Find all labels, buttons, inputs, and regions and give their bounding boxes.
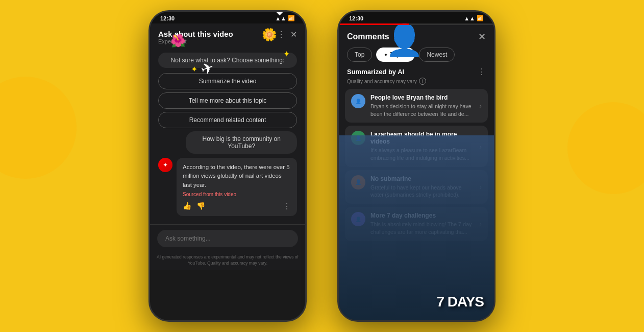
chat-panel: Ask about this video Experiment ⋮ ✕ Not … — [150, 23, 305, 270]
status-icons-phone1: ▲▲ 📶 — [275, 15, 295, 21]
chat-input-area — [150, 224, 305, 252]
comment-card-0[interactable]: 👤 People love Bryan the bird Bryan's dec… — [345, 89, 488, 123]
thumbs-down-icon[interactable]: 👎 — [196, 202, 205, 210]
ai-avatar-icon: ✦ — [158, 158, 172, 172]
more-icon[interactable]: ⋮ — [277, 30, 285, 39]
tab-top[interactable]: Top — [347, 48, 372, 62]
bg-decoration-right — [567, 102, 644, 194]
time-phone1: 12:30 — [160, 15, 175, 21]
thumb-icons: 👍 👎 — [183, 202, 205, 210]
user-question: How big is the community on YouTube? — [186, 131, 297, 154]
ai-response-text: According to the video, there were over … — [183, 163, 291, 189]
phone-comments: 12:30 ▲▲ 📶 7 DAYS 👤 Comments — [337, 10, 496, 322]
comments-title: Comments — [347, 32, 389, 41]
suggestion-recommend[interactable]: Recommend related content — [158, 112, 297, 128]
close-comments-button[interactable]: ✕ — [478, 31, 486, 42]
status-bar-phone1: 12:30 ▲▲ 📶 — [150, 12, 305, 23]
suggestion-more[interactable]: Tell me more about this topic — [158, 92, 297, 109]
art-star-1: ✦ — [283, 49, 290, 59]
comment-card-content-0: People love Bryan the bird Bryan's decis… — [370, 94, 474, 117]
video-progress — [339, 23, 494, 25]
chat-messages: Not sure what to ask? Choose something: … — [150, 49, 305, 224]
wifi-icon-2: ▲▲ — [464, 15, 475, 21]
comment-card-title-0: People love Bryan the bird — [370, 94, 474, 101]
video-thumbnail-phone2: 7 DAYS 👤 — [339, 23, 494, 25]
phones-container: 12:30 ▲▲ 📶 🌼 🌸 🌺 ✦ ✦ ✦ ✈ — [148, 10, 496, 322]
art-flower-3: 🌺 — [170, 34, 186, 48]
days-badge: 7 DAYS — [436, 294, 484, 310]
chat-disclaimer: AI generated responses are experimental … — [150, 252, 305, 270]
status-icons-phone2: ▲▲ 📶 — [464, 15, 484, 21]
suggestion-summarize[interactable]: Summarize the video — [158, 73, 297, 89]
comment-card-body-0: Bryan's decision to stay all night may h… — [370, 103, 474, 117]
more-options-summary[interactable]: ⋮ — [478, 67, 486, 77]
thumbs-up-icon[interactable]: 👍 — [183, 202, 191, 210]
person-icon: 👤 — [385, 22, 424, 58]
ai-response: ✦ According to the video, there were ove… — [158, 158, 297, 216]
art-star-3: ✦ — [191, 64, 197, 74]
signal-icon: 📶 — [288, 15, 295, 21]
tab-newest[interactable]: Newest — [419, 48, 455, 62]
art-flower-1: 🌼 — [262, 28, 277, 42]
chat-header-text: Ask about this video Experiment — [158, 30, 233, 44]
progress-bar-fill — [339, 23, 409, 25]
chat-header-icons: ⋮ ✕ — [277, 30, 297, 39]
ai-source: Sourced from this video — [183, 192, 291, 197]
time-phone2: 12:30 — [349, 15, 363, 21]
info-icon[interactable]: i — [419, 78, 426, 85]
comment-avatar-0: 👤 — [351, 94, 365, 108]
ai-summary-header: Summarized by AI ⋮ — [339, 67, 494, 78]
signal-icon-2: 📶 — [477, 15, 484, 21]
person-silhouette — [339, 135, 494, 320]
phone-ai-chat: 12:30 ▲▲ 📶 🌼 🌸 🌺 ✦ ✦ ✦ ✈ — [148, 10, 307, 322]
wifi-icon: ▲▲ — [275, 15, 286, 21]
ai-summary-subtitle: Quality and accuracy may vary i — [339, 78, 494, 89]
chat-subtitle: Experiment — [158, 38, 233, 44]
more-options-icon[interactable]: ⋮ — [283, 201, 291, 211]
summary-subtitle-text: Quality and accuracy may vary — [347, 79, 417, 84]
bg-decoration-left — [0, 77, 77, 179]
ai-summary-title: Summarized by AI — [347, 68, 404, 76]
close-icon[interactable]: ✕ — [290, 30, 297, 39]
prompt-label: Not sure what to ask? Choose something: — [158, 53, 297, 68]
chat-title: Ask about this video — [158, 30, 233, 38]
chevron-icon-0: › — [479, 102, 482, 110]
chat-input[interactable] — [157, 230, 298, 247]
ai-bubble: According to the video, there were over … — [177, 158, 297, 216]
ai-actions: 👍 👎 ⋮ — [183, 201, 291, 211]
